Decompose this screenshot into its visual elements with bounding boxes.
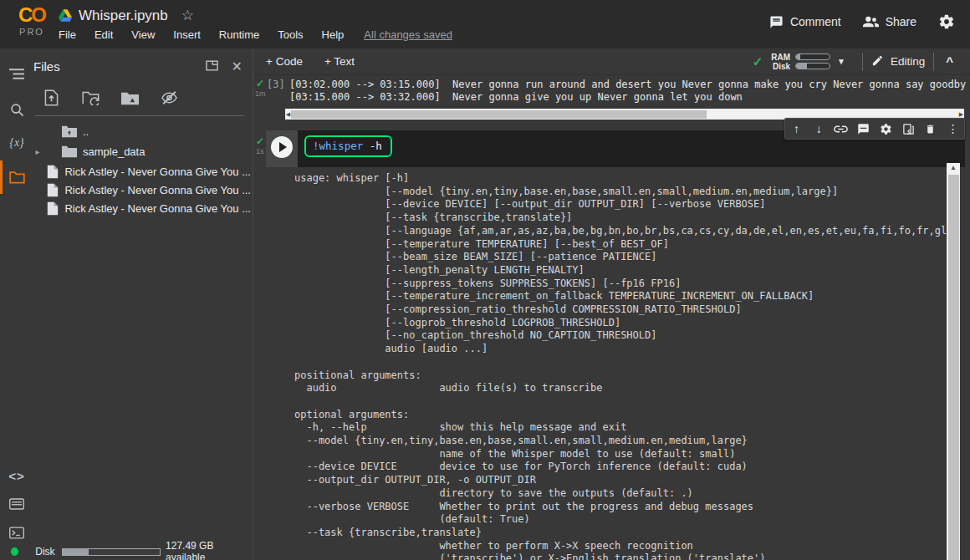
files-panel: Files ✕: [33, 48, 253, 560]
notebook-toolbar: + Code + Text ✓ RAMDisk ▼ Editing ^: [254, 48, 970, 75]
star-icon[interactable]: ☆: [181, 7, 194, 24]
output-line: [03:15.000 --> 03:32.000] Never gonna gi…: [289, 91, 970, 104]
drive-icon: [59, 9, 72, 22]
hide-hidden-files-icon[interactable]: [160, 89, 178, 107]
variables-icon[interactable]: {x}: [0, 129, 33, 157]
delete-cell-icon[interactable]: [922, 120, 939, 137]
tree-label: Rick Astley - Never Gonna Give You ...: [64, 202, 251, 215]
tree-row-file-1[interactable]: Rick Astley - Never Gonna Give You ...: [33, 162, 251, 181]
refresh-folder-icon[interactable]: [81, 89, 100, 107]
prev-cell-success-icon: ✓: [256, 78, 264, 89]
add-code-button[interactable]: + Code: [266, 55, 303, 68]
popout-panel-icon[interactable]: [206, 59, 218, 74]
ram-usage-bar: [795, 53, 830, 60]
output-line: directory to save the outputs (default: …: [294, 487, 950, 501]
output-line: [294, 395, 950, 409]
scroll-left-arrow-icon[interactable]: ◀: [285, 109, 291, 120]
output-line: ('transcribe') or X->English translation…: [294, 552, 950, 560]
tree-row-file-3[interactable]: Rick Astley - Never Gonna Give You ...: [33, 199, 251, 217]
tree-label: ..: [83, 125, 89, 138]
move-cell-up-icon[interactable]: ↑: [788, 120, 804, 137]
tree-row-sample-data[interactable]: ▸ sample_data: [33, 142, 251, 160]
output-line: positional arguments:: [294, 369, 950, 383]
copy-link-to-cell-icon[interactable]: [833, 120, 850, 137]
colab-logo[interactable]: CO PRO: [10, 4, 54, 44]
scrollbar-thumb[interactable]: [948, 175, 959, 560]
output-line: --model {tiny.en,tiny,base.en,base,small…: [294, 435, 950, 448]
pencil-icon: [871, 54, 884, 69]
expand-caret-icon[interactable]: ▸: [33, 147, 42, 156]
output-line: [--language {af,am,ar,as,az,ba,be,bg,bn,…: [294, 225, 950, 238]
output-line: [--beam_size BEAM_SIZE] [--patience PATI…: [294, 251, 950, 264]
add-text-button[interactable]: + Text: [324, 55, 355, 68]
mount-drive-icon[interactable]: [120, 89, 139, 107]
vertical-scrollbar[interactable]: ▲: [947, 163, 960, 560]
menu-file[interactable]: File: [59, 28, 76, 41]
output-line: --task {transcribe,translate}: [294, 527, 950, 540]
save-status[interactable]: All changes saved: [364, 28, 452, 41]
prev-cell-exec-time: 1m: [255, 89, 266, 98]
connected-dot-icon: [11, 547, 18, 556]
output-line: [--compression_ratio_threshold COMPRESSI…: [294, 303, 950, 317]
add-comment-icon[interactable]: [855, 120, 872, 137]
editing-label: Editing: [891, 55, 925, 68]
output-line: [--device DEVICE] [--output_dir OUTPUT_D…: [294, 198, 950, 211]
output-line: [--temperature_increment_on_fallback TEM…: [294, 290, 950, 303]
disk-label: Disk: [773, 62, 790, 71]
mirror-cell-icon[interactable]: [900, 120, 916, 137]
table-of-contents-icon[interactable]: [0, 60, 33, 89]
menu-bar: File Edit View Insert Runtime Tools Help…: [59, 28, 452, 41]
menu-edit[interactable]: Edit: [94, 28, 113, 41]
flag-token: -h: [363, 140, 382, 152]
output-line: optional arguments:: [294, 409, 950, 422]
editing-mode-button[interactable]: Editing: [871, 54, 925, 69]
cell-toolbar: ↑ ↓ ⋮: [784, 118, 965, 140]
output-line: -h, --help show this help message and ex…: [294, 421, 950, 435]
output-line: [--logprob_threshold LOGPROB_THRESHOLD]: [294, 317, 950, 330]
resource-monitor[interactable]: RAMDisk: [771, 53, 830, 71]
run-cell-button[interactable]: [271, 136, 293, 158]
resources-dropdown-caret-icon[interactable]: ▼: [837, 57, 845, 66]
menu-view[interactable]: View: [131, 28, 155, 41]
command-palette-icon[interactable]: [0, 490, 33, 518]
output-line: audio [audio ...]: [294, 343, 950, 356]
comment-button[interactable]: Comment: [769, 15, 841, 29]
code-line-focus-box[interactable]: !whisper -h: [304, 135, 392, 157]
move-cell-down-icon[interactable]: ↓: [810, 120, 827, 137]
output-line: [--model {tiny.en,tiny,base.en,base,smal…: [294, 186, 950, 199]
run-button-strip: [266, 130, 298, 167]
disk-status: Disk 127.49 GB available: [11, 540, 249, 560]
tree-label: sample_data: [83, 145, 145, 158]
menu-runtime[interactable]: Runtime: [219, 28, 259, 41]
notebook-title[interactable]: Whisper.ipynb: [79, 8, 168, 24]
output-line: [--length_penalty LENGTH_PENALTY]: [294, 264, 950, 277]
collapse-toolbar-icon[interactable]: ^: [946, 54, 953, 69]
search-icon[interactable]: [0, 95, 33, 124]
menu-insert[interactable]: Insert: [173, 28, 201, 41]
tree-row-file-2[interactable]: Rick Astley - Never Gonna Give You ...: [33, 181, 251, 199]
tree-row-parent-dir[interactable]: ..: [33, 122, 251, 140]
output-line: --device DEVICE device to use for PyTorc…: [294, 461, 950, 474]
output-line: --verbose VERBOSE Whether to print out t…: [294, 501, 950, 514]
people-icon: [863, 16, 879, 28]
upload-file-icon[interactable]: [42, 89, 60, 107]
output-line: [294, 356, 950, 369]
close-panel-icon[interactable]: ✕: [232, 59, 242, 74]
files-icon[interactable]: [0, 163, 33, 191]
ram-label: RAM: [771, 53, 790, 62]
menu-tools[interactable]: Tools: [278, 28, 303, 41]
scroll-up-arrow-icon[interactable]: ▲: [947, 163, 960, 173]
sidebar-icon-strip: {x} <>: [0, 48, 33, 560]
menu-help[interactable]: Help: [322, 28, 345, 41]
settings-gear-icon[interactable]: [938, 13, 955, 30]
output-line: usage: whisper [-h]: [294, 172, 950, 186]
scrollbar-thumb[interactable]: [291, 110, 707, 119]
pro-badge: PRO: [10, 26, 54, 38]
files-panel-title: Files: [33, 59, 60, 74]
more-actions-icon[interactable]: ⋮: [945, 120, 962, 137]
colab-window: CO PRO Whisper.ipynb ☆ File Edit View In…: [0, 0, 970, 560]
code-snippets-icon[interactable]: <>: [0, 461, 33, 490]
cell-settings-gear-icon[interactable]: [877, 120, 894, 137]
tree-label: Rick Astley - Never Gonna Give You ...: [64, 184, 251, 196]
share-button[interactable]: Share: [863, 15, 916, 28]
